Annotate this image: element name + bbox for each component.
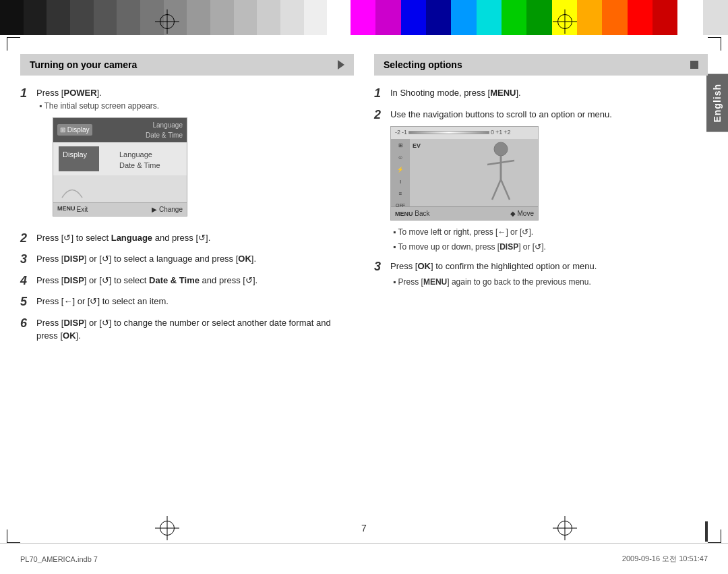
step-1: 1 Press [POWER]. The intial setup screen… (20, 86, 354, 225)
ev-screen-mockup: -2 -1 0 +1 +2 ⊞ (390, 126, 708, 221)
step-content-6: Press [DISP] or [↺] to change the number… (36, 316, 354, 343)
datetime-bold: Date & Time (149, 275, 200, 285)
page-bar (705, 521, 708, 542)
right-section-title: Selecting options (384, 59, 462, 70)
step-number-6: 6 (20, 316, 32, 331)
menu-key-r3: MENU (423, 277, 447, 287)
right-step-number-1: 1 (374, 86, 386, 101)
svg-line-3 (492, 179, 501, 200)
display-icon: ⊞ Display (57, 124, 92, 136)
left-column: Turning on your camera 1 Press [POWER]. … (20, 54, 354, 349)
crop-mark-tr (708, 37, 721, 51)
right-step-number-2: 2 (374, 108, 386, 123)
step-content-2: Press [↺] to select Language and press [… (36, 231, 354, 245)
english-tab: English (706, 74, 728, 132)
menu-datetime: Date & Time (119, 160, 160, 171)
power-key: POWER (63, 88, 96, 98)
arc-svg (59, 179, 86, 199)
ev-bracket-icon: ≡ (399, 190, 402, 198)
right-step-2: 2 Use the navigation buttons to scroll t… (374, 108, 708, 254)
page-number: 7 (361, 523, 367, 534)
step-2: 2 Press [↺] to select Language and press… (20, 231, 354, 246)
ev-footer-move: ◆ Move (510, 208, 534, 219)
language-bold: Language (111, 233, 152, 243)
camera-screen-body: Display Language Date & Time (53, 142, 187, 175)
camera-screen-footer: MENU Exit ▶ Change (53, 202, 187, 216)
ev-lcd-screen: -2 -1 0 +1 +2 ⊞ (390, 126, 539, 221)
right-step-number-3: 3 (374, 260, 386, 275)
step-number-5: 5 (20, 295, 32, 310)
ev-scale-label-0: 0 (491, 128, 494, 138)
footer-exit: MENU Exit (57, 204, 88, 214)
screen-menu-labels: LanguageDate & Time (95, 120, 183, 140)
step-number-3: 3 (20, 252, 32, 267)
ev-grid-icon: ⊞ (398, 142, 403, 150)
ev-scale-label-pos1: +1 (495, 128, 502, 138)
crop-mark-bl (7, 529, 20, 543)
next-arrow-icon (338, 60, 344, 69)
right-section-header: Selecting options (374, 54, 708, 76)
step-1-sub: The intial setup screen appears. (39, 100, 354, 112)
right-step-1: 1 In Shooting mode, press [MENU]. (374, 86, 708, 101)
svg-line-4 (501, 179, 510, 200)
menu-key-1: MENU (490, 88, 516, 98)
step-5: 5 Press [←] or [↺] to select an item. (20, 295, 354, 310)
ev-scale: -2 -1 0 +1 +2 (395, 128, 511, 138)
ev-scale-label-neg1: -1 (402, 128, 407, 138)
screen-arc-area (53, 175, 187, 202)
ev-scale-label-neg2: -2 (395, 128, 400, 138)
main-content: Turning on your camera 1 Press [POWER]. … (20, 40, 708, 540)
screen-menu-list: Language Date & Time (119, 146, 160, 171)
right-column: Selecting options 1 In Shooting mode, pr… (374, 54, 708, 349)
step-content-3: Press [DISP] or [↺] to select a language… (36, 252, 354, 266)
ev-screen-top-bar: -2 -1 0 +1 +2 (391, 127, 538, 139)
ev-sidebar: ⊞ ☺ ⚡ I ≡ OFF (391, 139, 410, 206)
step-content-5: Press [←] or [↺] to select an item. (36, 295, 354, 308)
step-3: 3 Press [DISP] or [↺] to select a langua… (20, 252, 354, 267)
ev-face-icon: ☺ (398, 154, 403, 162)
footer-right: 2009-09-16 오전 10:51:47 (622, 554, 708, 564)
left-section-header: Turning on your camera (20, 54, 354, 76)
ev-footer-back: MENU Back (395, 208, 430, 219)
ev-screen-footer: MENU Back ◆ Move (391, 206, 538, 221)
ev-scale-label-pos2: +2 (504, 128, 510, 138)
reg-mark-top-left (155, 9, 179, 34)
disp-key-r2: DISP (499, 242, 518, 252)
step-content-4: Press [DISP] or [↺] to select Date & Tim… (36, 274, 354, 287)
ev-timer-icon: I (400, 178, 401, 186)
camera-screen-mockup: ⊞ Display LanguageDate & Time Display La… (53, 117, 187, 217)
disp-key-3: DISP (63, 254, 84, 264)
ok-key-6: OK (63, 331, 76, 341)
step-number-4: 4 (20, 274, 32, 289)
left-section-title: Turning on your camera (30, 59, 137, 70)
right-step-3-bullet: Press [MENU] again to go back to the pre… (393, 276, 708, 288)
reg-mark-top-right (553, 9, 577, 34)
footer-left: PL70_AMERICA.indb 7 (20, 555, 98, 563)
ev-main-view: EV (410, 139, 538, 206)
ev-scale-bar (408, 131, 489, 134)
camera-screen-header: ⊞ Display LanguageDate & Time (53, 118, 187, 142)
stop-icon (690, 61, 698, 69)
footer-bar: PL70_AMERICA.indb 7 2009-09-16 오전 10:51:… (0, 543, 728, 574)
top-color-bar (0, 0, 728, 35)
right-step-content-3: Press [OK] to confirm the highlighted op… (390, 260, 708, 288)
svg-point-0 (494, 142, 508, 156)
right-step-2-bullet-2: To move up or down, press [DISP] or [↺]. (393, 241, 708, 253)
right-step-content-2: Use the navigation buttons to scroll to … (390, 108, 708, 254)
crop-mark-br (708, 529, 721, 543)
color-swatches (351, 0, 728, 35)
person-silhouette-svg (410, 139, 538, 206)
step-number-2: 2 (20, 231, 32, 246)
screen-display-item: Display (59, 146, 99, 171)
right-step-content-1: In Shooting mode, press [MENU]. (390, 86, 708, 100)
ev-flash-icon: ⚡ (397, 166, 404, 174)
step-6: 6 Press [DISP] or [↺] to change the numb… (20, 316, 354, 343)
step-4: 4 Press [DISP] or [↺] to select Date & T… (20, 274, 354, 289)
right-step-3: 3 Press [OK] to confirm the highlighted … (374, 260, 708, 288)
disp-key-6: DISP (63, 318, 84, 328)
menu-language: Language (119, 149, 160, 161)
step-content-1: Press [POWER]. The intial setup screen a… (36, 86, 354, 225)
camera-lcd-screen: ⊞ Display LanguageDate & Time Display La… (53, 117, 187, 217)
footer-change: ▶ Change (152, 204, 183, 214)
right-step-2-bullet-1: To move left or right, press [←] or [↺]. (393, 226, 708, 238)
